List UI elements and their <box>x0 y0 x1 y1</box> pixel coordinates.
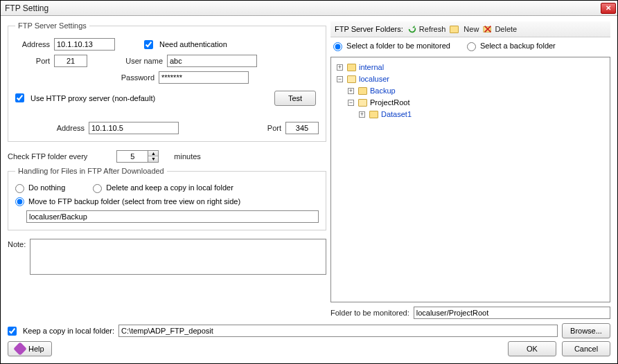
use-proxy-label: Use HTTP proxy server (non-default) <box>30 94 155 102</box>
browse-button[interactable]: Browse... <box>562 323 610 338</box>
content-area: FTP Server Settings Address Need authent… <box>1 16 617 323</box>
folder-open-icon <box>347 75 356 83</box>
tree-item-internal[interactable]: +internal <box>337 62 607 73</box>
folder-open-icon <box>358 99 367 107</box>
new-button[interactable]: New <box>450 25 479 33</box>
check-interval-suffix: minutes <box>174 152 201 161</box>
ok-button[interactable]: OK <box>508 341 556 356</box>
tree-item-localuser[interactable]: −localuser +Backup −ProjectRoot +Dataset… <box>337 73 607 120</box>
help-icon <box>13 342 27 356</box>
delete-icon <box>483 24 493 34</box>
window-title: FTP Setting <box>5 3 601 13</box>
titlebar: FTP Setting ✕ <box>1 1 617 16</box>
proxy-address-input[interactable] <box>89 122 179 134</box>
test-button[interactable]: Test <box>274 91 316 106</box>
monitor-path-row: Folder to be monitored: <box>330 307 610 319</box>
address-input[interactable] <box>54 38 115 51</box>
refresh-icon <box>407 24 417 34</box>
folder-icon <box>347 64 356 71</box>
right-panel: FTP Server Folders: Refresh New Delete S… <box>330 21 610 319</box>
server-settings-group: FTP Server Settings Address Need authent… <box>8 21 326 142</box>
expander-icon[interactable]: + <box>348 88 354 94</box>
username-label: User name <box>120 57 163 65</box>
note-row: Note: <box>8 239 326 275</box>
note-textarea[interactable] <box>30 239 326 275</box>
ftp-setting-dialog: FTP Setting ✕ FTP Server Settings Addres… <box>0 0 618 364</box>
handling-opt-move[interactable]: Move to FTP backup folder (select from t… <box>15 197 240 207</box>
refresh-button[interactable]: Refresh <box>407 24 446 34</box>
need-auth-checkbox[interactable] <box>144 40 153 49</box>
password-input[interactable] <box>159 71 249 84</box>
delete-button[interactable]: Delete <box>483 24 517 34</box>
close-button[interactable]: ✕ <box>601 3 616 14</box>
handling-group: Handling for Files in FTP After Download… <box>8 167 326 230</box>
expander-icon[interactable]: − <box>337 76 343 82</box>
need-auth-label: Need authentication <box>159 40 227 48</box>
folder-icon <box>369 111 378 118</box>
proxy-port-label: Port <box>267 124 281 132</box>
folder-tree[interactable]: +internal −localuser +Backup −ProjectRoo… <box>330 57 610 302</box>
handling-opt-nothing[interactable]: Do nothing <box>15 183 65 193</box>
keep-copy-path-input[interactable] <box>118 325 558 337</box>
keep-copy-checkbox[interactable] <box>8 327 17 336</box>
handling-legend: Handling for Files in FTP After Download… <box>15 167 167 175</box>
port-input[interactable] <box>54 55 87 67</box>
tree-item-projectroot[interactable]: −ProjectRoot +Dataset1 <box>348 97 607 120</box>
radio-monitor[interactable]: Select a folder to be monitored <box>333 42 450 51</box>
check-interval-prefix: Check FTP folder every <box>8 152 87 161</box>
monitor-path-label: Folder to be monitored: <box>330 309 409 317</box>
folder-new-icon <box>450 26 459 33</box>
use-proxy-checkbox[interactable] <box>15 93 24 102</box>
tree-item-dataset1[interactable]: +Dataset1 <box>359 109 607 120</box>
radio-backup[interactable]: Select a backup folder <box>467 42 556 51</box>
handling-opt-delete[interactable]: Delete and keep a copy in local folder <box>93 183 233 193</box>
folders-label: FTP Server Folders: <box>335 25 403 33</box>
check-interval-input[interactable] <box>116 150 148 163</box>
dialog-footer: Help OK Cancel <box>1 338 617 363</box>
proxy-port-input[interactable] <box>285 122 319 134</box>
password-label: Password <box>112 73 154 82</box>
backup-path-input[interactable] <box>26 210 319 223</box>
server-settings-legend: FTP Server Settings <box>15 21 89 30</box>
cancel-button[interactable]: Cancel <box>562 341 610 356</box>
check-interval-spinner[interactable]: ▲▼ <box>116 150 159 163</box>
address-label: Address <box>15 40 50 48</box>
folders-toolbar: FTP Server Folders: Refresh New Delete <box>330 21 610 37</box>
left-panel: FTP Server Settings Address Need authent… <box>8 21 326 319</box>
proxy-address-label: Address <box>15 124 85 132</box>
expander-icon[interactable]: + <box>359 111 365 118</box>
expander-icon[interactable]: + <box>337 64 343 71</box>
help-button[interactable]: Help <box>8 341 52 356</box>
note-label: Note: <box>8 239 26 248</box>
folder-icon <box>358 87 367 95</box>
check-interval-row: Check FTP folder every ▲▼ minutes <box>8 150 326 163</box>
tree-item-backup[interactable]: +Backup <box>348 85 607 97</box>
port-label: Port <box>15 57 50 65</box>
expander-icon[interactable]: − <box>348 100 354 106</box>
spinner-arrows[interactable]: ▲▼ <box>148 150 159 163</box>
monitor-path-input[interactable] <box>414 307 610 319</box>
folder-mode-radios: Select a folder to be monitored Select a… <box>330 37 610 57</box>
keep-copy-label: Keep a copy in local folder: <box>23 327 114 335</box>
username-input[interactable] <box>167 55 257 67</box>
